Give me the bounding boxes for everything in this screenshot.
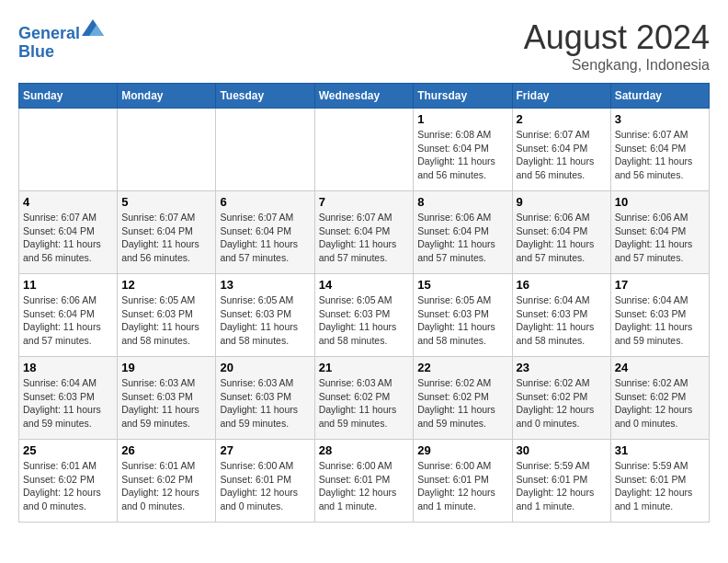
week-row-2: 4 Sunrise: 6:07 AM Sunset: 6:04 PM Dayli… [19, 191, 710, 274]
day-number: 3 [615, 112, 705, 126]
day-number: 11 [23, 278, 113, 292]
page-subtitle: Sengkang, Indonesia [524, 57, 710, 74]
day-number: 18 [23, 361, 113, 374]
day-number: 21 [319, 361, 410, 374]
day-number: 20 [220, 361, 310, 374]
day-cell: 28 Sunrise: 6:00 AM Sunset: 6:01 PM Dayl… [314, 440, 414, 523]
day-info: Sunrise: 6:00 AM Sunset: 6:01 PM Dayligh… [220, 459, 310, 513]
calendar-body: 1 Sunrise: 6:08 AM Sunset: 6:04 PM Dayli… [19, 109, 710, 523]
day-info: Sunrise: 6:04 AM Sunset: 6:03 PM Dayligh… [517, 293, 607, 348]
day-cell: 8 Sunrise: 6:06 AM Sunset: 6:04 PM Dayli… [414, 191, 512, 274]
day-cell: 31 Sunrise: 5:59 AM Sunset: 6:01 PM Dayl… [610, 440, 709, 523]
day-info: Sunrise: 6:04 AM Sunset: 6:03 PM Dayligh… [615, 293, 705, 348]
header-tuesday: Tuesday [216, 84, 314, 109]
day-cell [19, 109, 118, 191]
day-cell [216, 109, 314, 191]
day-number: 5 [121, 195, 211, 209]
header-saturday: Saturday [610, 84, 709, 109]
week-row-3: 11 Sunrise: 6:06 AM Sunset: 6:04 PM Dayl… [19, 274, 710, 357]
day-info: Sunrise: 6:05 AM Sunset: 6:03 PM Dayligh… [319, 293, 410, 348]
day-info: Sunrise: 6:04 AM Sunset: 6:03 PM Dayligh… [23, 376, 113, 431]
page-title: August 2024 [524, 18, 710, 57]
header-friday: Friday [512, 84, 610, 109]
day-number: 2 [517, 112, 607, 126]
day-number: 30 [517, 443, 607, 457]
day-info: Sunrise: 5:59 AM Sunset: 6:01 PM Dayligh… [517, 459, 607, 513]
day-info: Sunrise: 6:06 AM Sunset: 6:04 PM Dayligh… [23, 293, 113, 348]
day-cell: 19 Sunrise: 6:03 AM Sunset: 6:03 PM Dayl… [118, 357, 216, 440]
day-info: Sunrise: 6:01 AM Sunset: 6:02 PM Dayligh… [121, 459, 211, 513]
title-block: August 2024 Sengkang, Indonesia [524, 18, 710, 74]
day-cell: 22 Sunrise: 6:02 AM Sunset: 6:02 PM Dayl… [414, 357, 512, 440]
day-number: 16 [517, 278, 607, 292]
day-number: 8 [417, 195, 507, 209]
day-info: Sunrise: 6:07 AM Sunset: 6:04 PM Dayligh… [319, 211, 410, 265]
day-cell: 4 Sunrise: 6:07 AM Sunset: 6:04 PM Dayli… [19, 191, 118, 274]
day-number: 24 [615, 361, 705, 374]
header-thursday: Thursday [414, 84, 512, 109]
day-number: 12 [121, 278, 211, 292]
day-cell: 13 Sunrise: 6:05 AM Sunset: 6:03 PM Dayl… [216, 274, 314, 357]
calendar-header: SundayMondayTuesdayWednesdayThursdayFrid… [19, 84, 710, 109]
day-info: Sunrise: 6:06 AM Sunset: 6:04 PM Dayligh… [417, 211, 507, 265]
day-info: Sunrise: 6:07 AM Sunset: 6:04 PM Dayligh… [615, 128, 705, 182]
day-info: Sunrise: 6:02 AM Sunset: 6:02 PM Dayligh… [517, 376, 607, 431]
day-cell: 26 Sunrise: 6:01 AM Sunset: 6:02 PM Dayl… [118, 440, 216, 523]
header-wednesday: Wednesday [314, 84, 414, 109]
day-cell: 14 Sunrise: 6:05 AM Sunset: 6:03 PM Dayl… [314, 274, 414, 357]
day-cell: 29 Sunrise: 6:00 AM Sunset: 6:01 PM Dayl… [414, 440, 512, 523]
day-info: Sunrise: 6:05 AM Sunset: 6:03 PM Dayligh… [220, 293, 310, 348]
day-cell: 11 Sunrise: 6:06 AM Sunset: 6:04 PM Dayl… [19, 274, 118, 357]
day-cell: 21 Sunrise: 6:03 AM Sunset: 6:02 PM Dayl… [314, 357, 414, 440]
day-cell: 1 Sunrise: 6:08 AM Sunset: 6:04 PM Dayli… [414, 109, 512, 191]
day-cell: 6 Sunrise: 6:07 AM Sunset: 6:04 PM Dayli… [216, 191, 314, 274]
day-info: Sunrise: 6:03 AM Sunset: 6:03 PM Dayligh… [121, 376, 211, 431]
day-info: Sunrise: 6:07 AM Sunset: 6:04 PM Dayligh… [23, 211, 113, 265]
day-number: 19 [121, 361, 211, 374]
day-cell: 16 Sunrise: 6:04 AM Sunset: 6:03 PM Dayl… [512, 274, 610, 357]
day-number: 10 [615, 195, 705, 209]
day-number: 25 [23, 443, 113, 457]
day-number: 9 [517, 195, 607, 209]
day-number: 28 [319, 443, 410, 457]
day-cell [118, 109, 216, 191]
day-info: Sunrise: 6:01 AM Sunset: 6:02 PM Dayligh… [23, 459, 113, 513]
day-cell: 23 Sunrise: 6:02 AM Sunset: 6:02 PM Dayl… [512, 357, 610, 440]
day-info: Sunrise: 6:06 AM Sunset: 6:04 PM Dayligh… [615, 211, 705, 265]
day-info: Sunrise: 6:00 AM Sunset: 6:01 PM Dayligh… [319, 459, 410, 513]
header-sunday: Sunday [19, 84, 118, 109]
day-cell: 17 Sunrise: 6:04 AM Sunset: 6:03 PM Dayl… [610, 274, 709, 357]
day-number: 29 [417, 443, 507, 457]
day-number: 1 [417, 112, 507, 126]
day-info: Sunrise: 6:05 AM Sunset: 6:03 PM Dayligh… [121, 293, 211, 348]
day-cell: 20 Sunrise: 6:03 AM Sunset: 6:03 PM Dayl… [216, 357, 314, 440]
day-info: Sunrise: 6:05 AM Sunset: 6:03 PM Dayligh… [417, 293, 507, 348]
day-number: 22 [417, 361, 507, 374]
day-number: 6 [220, 195, 310, 209]
day-number: 4 [23, 195, 113, 209]
page-header: General Blue August 2024 Sengkang, Indon… [18, 18, 710, 74]
day-number: 13 [220, 278, 310, 292]
logo: General Blue [18, 18, 104, 62]
day-info: Sunrise: 6:02 AM Sunset: 6:02 PM Dayligh… [615, 376, 705, 431]
day-cell: 18 Sunrise: 6:04 AM Sunset: 6:03 PM Dayl… [19, 357, 118, 440]
day-info: Sunrise: 6:03 AM Sunset: 6:02 PM Dayligh… [319, 376, 410, 431]
logo-subtext: Blue [18, 43, 104, 62]
day-cell: 27 Sunrise: 6:00 AM Sunset: 6:01 PM Dayl… [216, 440, 314, 523]
calendar-table: SundayMondayTuesdayWednesdayThursdayFrid… [18, 83, 710, 523]
week-row-1: 1 Sunrise: 6:08 AM Sunset: 6:04 PM Dayli… [19, 109, 710, 191]
day-info: Sunrise: 6:02 AM Sunset: 6:02 PM Dayligh… [417, 376, 507, 431]
day-number: 15 [417, 278, 507, 292]
day-number: 7 [319, 195, 410, 209]
header-monday: Monday [118, 84, 216, 109]
day-info: Sunrise: 6:07 AM Sunset: 6:04 PM Dayligh… [517, 128, 607, 182]
day-info: Sunrise: 6:06 AM Sunset: 6:04 PM Dayligh… [517, 211, 607, 265]
day-info: Sunrise: 6:07 AM Sunset: 6:04 PM Dayligh… [220, 211, 310, 265]
day-cell: 9 Sunrise: 6:06 AM Sunset: 6:04 PM Dayli… [512, 191, 610, 274]
day-number: 27 [220, 443, 310, 457]
day-cell: 15 Sunrise: 6:05 AM Sunset: 6:03 PM Dayl… [414, 274, 512, 357]
day-cell: 2 Sunrise: 6:07 AM Sunset: 6:04 PM Dayli… [512, 109, 610, 191]
day-cell: 12 Sunrise: 6:05 AM Sunset: 6:03 PM Dayl… [118, 274, 216, 357]
day-cell: 30 Sunrise: 5:59 AM Sunset: 6:01 PM Dayl… [512, 440, 610, 523]
day-cell [314, 109, 414, 191]
